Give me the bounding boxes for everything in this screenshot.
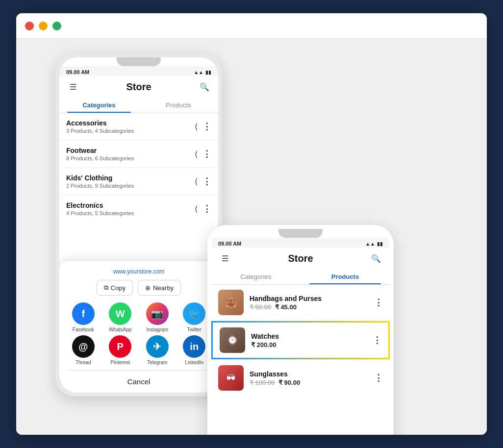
social-twitter[interactable]: 🐦 Twitter <box>177 302 212 332</box>
handbag-info: Handbags and Purses ₹ 50.00 ₹ 45.00 <box>250 295 368 311</box>
sunglass-price: ₹ 100.00 ₹ 90.00 <box>250 379 368 386</box>
phone-2-battery-icon: ▮▮ <box>377 241 383 247</box>
facebook-icon: f <box>72 302 95 325</box>
phone-2-screen: 09.00 AM ▲▲ ▮▮ ☰ Store 🔍 Catego <box>211 229 390 435</box>
dot-yellow[interactable] <box>39 22 48 30</box>
social-pinterest[interactable]: P Pinterest <box>103 335 138 365</box>
sunglass-thumb: 🕶 <box>218 365 244 391</box>
category-info-kids: Kids' Clothing 2 Products, 9 Subcategori… <box>66 174 134 189</box>
phone-2-notch <box>278 229 323 238</box>
category-item-footwear[interactable]: Footwear 8 Products, 6 Subcategories ⟨ ⋮ <box>59 141 218 167</box>
phone-2: 09.00 AM ▲▲ ▮▮ ☰ Store 🔍 Catego <box>207 225 394 435</box>
browser-window: 09.00 AM ▲▲ ▮▮ ☰ Store 🔍 Catego <box>16 13 487 435</box>
phone-2-inner: 09.00 AM ▲▲ ▮▮ ☰ Store 🔍 Catego <box>211 229 390 435</box>
share-icon-electronics[interactable]: ⟨ <box>195 204 198 214</box>
phone-1-status-icons: ▲▲ ▮▮ <box>194 70 211 75</box>
handbag-price-new: ₹ 45.00 <box>275 303 297 311</box>
dot-red[interactable] <box>25 22 34 30</box>
category-sub-footwear: 8 Products, 6 Subcategories <box>66 155 134 161</box>
telegram-label: Telegram <box>147 360 167 365</box>
thread-label: Thread <box>75 360 91 365</box>
category-name-accessories: Accessories <box>66 119 134 127</box>
share-actions: ⧉ Copy ⊕ Nearby <box>66 280 211 296</box>
sunglass-price-old: ₹ 100.00 <box>250 379 275 386</box>
social-whatsapp[interactable]: W WhatsApp <box>103 302 138 332</box>
phone-2-product-list: 👜 Handbags and Purses ₹ 50.00 ₹ 45.00 ⋮ <box>211 285 390 396</box>
phone-1-notch <box>117 57 161 66</box>
instagram-icon: 📷 <box>146 302 169 325</box>
dot-green[interactable] <box>52 22 61 30</box>
browser-content: 09.00 AM ▲▲ ▮▮ ☰ Store 🔍 Catego <box>16 39 487 435</box>
tab-products[interactable]: Products <box>139 98 218 113</box>
twitter-icon: 🐦 <box>183 302 205 325</box>
category-info-electronics: Electronics 4 Products, 5 Subcategories <box>66 201 134 216</box>
copy-button[interactable]: ⧉ Copy <box>97 280 133 296</box>
watch-more-icon[interactable]: ⋮ <box>373 335 381 346</box>
product-item-sunglasses[interactable]: 🕶 Sunglasses ₹ 100.00 ₹ 90.00 ⋮ <box>211 360 390 396</box>
tab-2-categories[interactable]: Categories <box>211 269 301 284</box>
phone-1-app-header: ☰ Store 🔍 <box>59 76 218 98</box>
share-sheet: www.yourstore.com ⧉ Copy ⊕ Nearby <box>59 261 218 393</box>
nearby-label: Nearby <box>153 284 174 292</box>
phone-1-wifi-icon: ▲▲ <box>194 70 203 75</box>
phone-2-menu-icon[interactable]: ☰ <box>218 251 232 265</box>
social-facebook[interactable]: f Facebook <box>66 302 101 332</box>
category-name-footwear: Footwear <box>66 147 134 154</box>
sunglass-thumb-img: 🕶 <box>218 365 244 391</box>
facebook-label: Facebook <box>73 327 94 332</box>
phone-1-screen: 09.00 AM ▲▲ ▮▮ ☰ Store 🔍 Catego <box>59 57 218 393</box>
twitter-label: Twitter <box>187 327 201 332</box>
watch-name: Watches <box>251 332 367 340</box>
product-item-watches[interactable]: ⌚ Watches ₹ 200.00 ⋮ <box>211 321 390 359</box>
more-icon-kids[interactable]: ⋮ <box>202 176 211 187</box>
handbag-price: ₹ 50.00 ₹ 45.00 <box>250 303 368 311</box>
sunglass-more-icon[interactable]: ⋮ <box>374 373 383 383</box>
social-thread[interactable]: @ Thread <box>66 335 101 365</box>
social-telegram[interactable]: ✈ Telegram <box>140 335 175 365</box>
phone-1-menu-icon[interactable]: ☰ <box>66 80 80 94</box>
category-info-accessories: Accessories 3 Products, 4 Subcategories <box>66 119 134 134</box>
category-actions-electronics: ⟨ ⋮ <box>195 203 211 214</box>
phone-2-app-header: ☰ Store 🔍 <box>211 248 390 269</box>
handbag-price-old: ₹ 50.00 <box>250 303 271 311</box>
thread-icon: @ <box>72 335 95 358</box>
more-icon-accessories[interactable]: ⋮ <box>202 121 211 132</box>
category-sub-kids: 2 Products, 9 Subcategories <box>66 183 134 189</box>
nearby-icon: ⊕ <box>145 284 151 292</box>
copy-label: Copy <box>111 284 126 292</box>
social-linkedin[interactable]: in LinkedIn <box>177 335 212 365</box>
social-instagram[interactable]: 📷 Instagram <box>140 302 175 332</box>
phone-1: 09.00 AM ▲▲ ▮▮ ☰ Store 🔍 Catego <box>55 53 222 397</box>
product-item-handbag[interactable]: 👜 Handbags and Purses ₹ 50.00 ₹ 45.00 ⋮ <box>211 285 390 320</box>
sunglass-price-new: ₹ 90.00 <box>278 379 300 386</box>
nearby-button[interactable]: ⊕ Nearby <box>138 280 181 296</box>
category-item-electronics[interactable]: Electronics 4 Products, 5 Subcategories … <box>59 196 218 222</box>
category-sub-accessories: 3 Products, 4 Subcategories <box>66 128 134 134</box>
phone-1-time: 09.00 AM <box>66 69 89 75</box>
watch-price: ₹ 200.00 <box>251 341 367 348</box>
category-item-kids[interactable]: Kids' Clothing 2 Products, 9 Subcategori… <box>59 168 218 195</box>
share-icon-kids[interactable]: ⟨ <box>195 177 198 186</box>
handbag-more-icon[interactable]: ⋮ <box>374 297 383 308</box>
phone-2-search-icon[interactable]: 🔍 <box>369 251 383 265</box>
pinterest-icon: P <box>109 335 131 358</box>
category-item-accessories[interactable]: Accessories 3 Products, 4 Subcategories … <box>59 113 218 140</box>
whatsapp-label: WhatsApp <box>109 327 131 332</box>
more-icon-footwear[interactable]: ⋮ <box>202 149 211 159</box>
phone-1-app-title: Store <box>126 81 151 93</box>
handbag-thumb-img: 👜 <box>218 290 244 315</box>
phone-1-search-icon[interactable]: 🔍 <box>198 80 211 94</box>
handbag-name: Handbags and Purses <box>250 295 368 302</box>
cancel-button[interactable]: Cancel <box>66 370 211 393</box>
watch-price-value: ₹ 200.00 <box>251 341 276 348</box>
phone-2-app-title: Store <box>288 253 313 264</box>
tab-2-products[interactable]: Products <box>301 269 390 284</box>
phone-2-status-bar: 09.00 AM ▲▲ ▮▮ <box>211 238 390 248</box>
share-icon-footwear[interactable]: ⟨ <box>195 149 198 159</box>
category-info-footwear: Footwear 8 Products, 6 Subcategories <box>66 147 134 161</box>
phone-1-battery-icon: ▮▮ <box>205 70 211 75</box>
more-icon-electronics[interactable]: ⋮ <box>202 203 211 214</box>
category-sub-electronics: 4 Products, 5 Subcategories <box>66 210 134 216</box>
tab-categories[interactable]: Categories <box>59 98 139 113</box>
share-icon-accessories[interactable]: ⟨ <box>195 122 198 131</box>
